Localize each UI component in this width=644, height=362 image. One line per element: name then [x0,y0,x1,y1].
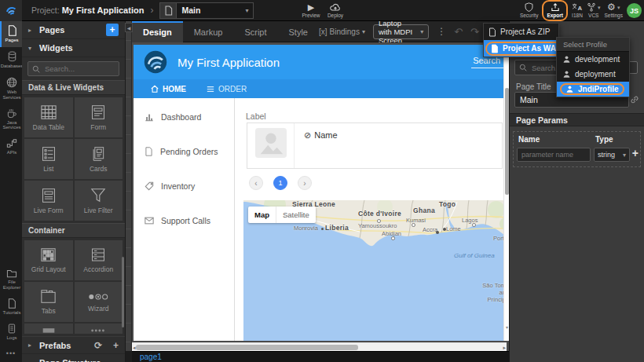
add-page-button[interactable]: + [106,24,119,36]
scrollbar-thumb[interactable] [136,345,358,350]
add-prefab-button[interactable]: + [113,340,119,351]
menu-item-project-as-war[interactable]: Project As WAR ▶ [484,40,558,57]
param-name-input[interactable] [517,148,591,162]
pagination-page-1[interactable]: 1 [273,176,287,190]
widget-cards[interactable]: Cards [75,139,123,179]
profile-development[interactable]: development [557,52,629,67]
widget-partial-right[interactable] [75,324,123,334]
menu-label: Inventory [161,181,195,191]
rail-overflow-button[interactable]: ••• [0,345,22,362]
rail-item-pages[interactable]: Pages [0,21,22,47]
bindings-button[interactable]: [x] Bindings ▾ [319,27,365,36]
export-label: Export [547,13,563,19]
page-structure-section-header[interactable]: ▸ Page Structure [22,354,125,362]
widget-live-form[interactable]: Live Form [24,181,73,221]
section-container: Container [22,223,125,238]
rail-item-logs[interactable]: Logs [0,320,22,345]
nav-item-home[interactable]: HOME [151,85,186,93]
rail-item-java-services[interactable]: Java Services [0,104,22,135]
page-preview[interactable]: My First Application Search HOME ORDER [134,45,507,341]
logs-icon [7,324,16,334]
widgets-section-header[interactable]: ▾ Widgets [22,39,125,57]
widget-wizard[interactable]: Wizard [75,282,123,322]
tab-script[interactable]: Script [233,21,277,42]
highlight-ring: JndiProfile [560,83,624,95]
menu-item-support-calls[interactable]: Support Calls [145,216,210,225]
widget-accordion[interactable]: Accordion [75,240,123,280]
prefabs-section-header[interactable]: ▸ Prefabs ⟳ + [22,336,125,354]
profile-jndiprofile[interactable]: JndiProfile [557,82,629,97]
page-selector-dropdown[interactable]: Main ▾ [177,2,254,19]
canvas-horizontal-scrollbar[interactable]: ◂ ▸ [132,342,507,351]
panel-scrollbar[interactable] [122,257,124,327]
rail-item-databases[interactable]: Databases [0,47,22,73]
menu-item-project-as-zip[interactable]: Project As ZIP [484,24,558,40]
cloud-upload-icon [330,2,341,12]
folder-icon [6,269,17,278]
add-param-button[interactable]: + [632,147,639,159]
city-ring-abidjan [391,236,395,240]
project-breadcrumb: Project: My First Application [31,5,144,15]
pages-section-header[interactable]: ▸ Pages + [22,21,125,39]
rail-item-tutorials[interactable]: Tutorials [0,294,22,320]
map-label-yamoussoukro: Yamoussoukro [358,222,397,229]
widget-grid-layout[interactable]: Grid Layout [24,240,73,280]
map-button-label: Map [254,210,269,219]
label-widget[interactable]: Label [246,112,266,121]
widget-search-input[interactable] [43,64,115,74]
tab-markup[interactable]: Markup [183,21,234,42]
nav-item-order[interactable]: ORDER [207,85,247,93]
undo-icon[interactable]: ↶ [454,26,463,38]
satellite-button[interactable]: Satellite [276,207,316,223]
page-selector[interactable]: Main ▾ [159,2,254,19]
redo-icon[interactable]: ↷ [470,26,479,38]
scroll-left-icon[interactable]: ◂ [133,345,136,351]
device-selector[interactable]: Laptop with MDPI Screen ▾ [373,24,429,39]
refresh-prefabs-icon[interactable]: ⟳ [94,340,102,351]
scroll-right-icon[interactable]: ▸ [503,345,506,351]
menu-item-inventory[interactable]: Inventory [145,181,195,191]
map-widget[interactable]: Sierra Leone Monrovia Liberia Côte d'Ivo… [243,200,507,341]
widget-data-table[interactable]: Data Table [24,97,73,137]
settings-button[interactable]: ⚙▾ Settings [605,2,624,19]
translate-icon: A [572,2,583,12]
user-avatar[interactable]: JS [627,3,642,18]
widget-search[interactable] [27,61,119,76]
widget-live-filter[interactable]: Live Filter [75,181,123,221]
canvas-vertical-scrollbar[interactable]: ▾ [503,42,509,341]
widget-tabs[interactable]: Tabs [24,282,73,322]
tab-style[interactable]: Style [278,21,319,42]
wavemaker-studio: Project: My First Application › Main ▾ ▶… [0,0,644,362]
app-logo[interactable] [0,0,22,21]
list-item-card[interactable]: ⊘ Name [247,122,503,169]
pagination-next-button[interactable]: › [298,176,312,190]
tab-design[interactable]: Design [132,21,183,42]
widget-label: Cards [90,165,108,173]
widgets-panel: ▸ Pages + ▾ Widgets Data & Live Widgets … [22,21,126,362]
export-button[interactable]: Export [547,2,563,19]
rail-item-apis[interactable]: APIs [0,134,22,159]
preview-button[interactable]: ▶ Preview [300,2,322,20]
vcs-button[interactable]: ▾ VCS [587,2,601,19]
rail-item-web-services[interactable]: Web Services [0,73,22,104]
map-button[interactable]: Map [248,207,276,223]
bind-link-icon[interactable] [630,95,639,104]
page-app-title: My First Application [177,56,280,69]
param-type-select[interactable]: string ▾ [594,148,630,162]
menu-item-dashboard[interactable]: Dashboard [145,112,201,122]
collapse-panel-button[interactable]: ◀ [125,23,133,32]
deploy-button[interactable]: Deploy [324,2,347,20]
menu-item-pending-orders[interactable]: Pending Orders [145,147,218,156]
top-bar: Project: My First Application › Main ▾ ▶… [0,0,644,21]
more-options-icon[interactable]: ⋮ [437,26,446,37]
rail-item-file-explorer[interactable]: File Explorer [0,265,22,294]
widget-list[interactable]: List [24,139,73,179]
statusbar-page-tab[interactable]: page1 [140,353,162,361]
page-search-field[interactable]: Search [471,56,507,68]
pagination-prev-button[interactable]: ‹ [249,176,263,190]
widget-partial-left[interactable] [24,324,73,334]
security-button[interactable]: Security [520,2,538,19]
widget-form[interactable]: Form [75,97,123,137]
profile-deployment[interactable]: deployment [557,67,629,82]
i18n-button[interactable]: A I18N [572,2,583,19]
